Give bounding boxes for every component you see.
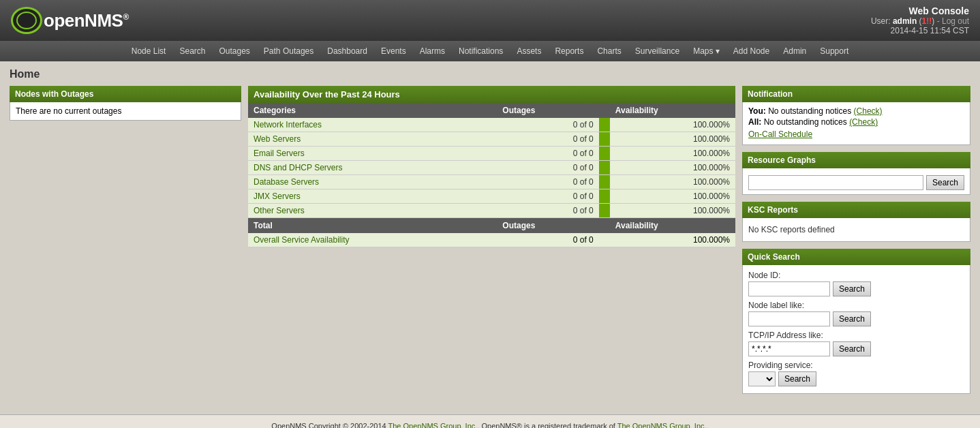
tcp-ip-row: Search — [748, 341, 964, 356]
console-title: Web Console — [871, 5, 969, 16]
quick-search-body: Node ID: Search Node label like: Search … — [742, 265, 970, 394]
tcp-ip-search-button[interactable]: Search — [833, 341, 871, 356]
middle-column: Availability Over the Past 24 Hours Cate… — [248, 86, 735, 254]
resource-search-input[interactable] — [748, 175, 923, 190]
nav-add-node[interactable]: Add Node — [726, 41, 776, 61]
table-row: Email Servers 0 of 0 100.000% — [248, 147, 735, 161]
notices-count[interactable]: 1!! — [922, 16, 932, 26]
nav-events[interactable]: Events — [374, 41, 413, 61]
category-name[interactable]: Network Interfaces — [248, 118, 497, 132]
logo-text: openNMS® — [44, 10, 129, 31]
nav-outages[interactable]: Outages — [212, 41, 256, 61]
overall-bar — [599, 233, 610, 247]
username: admin — [893, 16, 917, 26]
navbar: Node List Search Outages Path Outages Da… — [0, 41, 980, 61]
nodes-outages-box: Nodes with Outages There are no current … — [10, 86, 241, 121]
providing-service-select[interactable] — [748, 371, 776, 386]
nav-reports[interactable]: Reports — [548, 41, 590, 61]
avail-col-header: Categories Outages Availability — [248, 103, 735, 118]
left-column: Nodes with Outages There are no current … — [10, 86, 241, 127]
category-name[interactable]: Database Servers — [248, 175, 497, 189]
availability-box: Availability Over the Past 24 Hours Cate… — [248, 86, 735, 247]
tcp-ip-input[interactable] — [748, 341, 830, 356]
you-status: No outstanding notices — [768, 106, 851, 116]
node-label-input[interactable] — [748, 311, 830, 326]
green-bar — [599, 132, 610, 147]
nav-maps[interactable]: Maps ▾ — [686, 41, 726, 61]
notification-section: Notification You: No outstanding notices… — [742, 86, 970, 145]
nav-assets[interactable]: Assets — [510, 41, 548, 61]
category-name[interactable]: Email Servers — [248, 147, 497, 161]
category-name[interactable]: JMX Servers — [248, 189, 497, 204]
nav-alarms[interactable]: Alarms — [413, 41, 452, 61]
ksc-no-reports: No KSC reports defined — [748, 222, 964, 237]
total-label: Total — [248, 218, 497, 234]
providing-service-row: Search — [748, 371, 964, 386]
resource-graphs-header: Resource Graphs — [742, 152, 970, 168]
logout-link[interactable]: - Log out — [937, 16, 969, 26]
green-bar — [599, 161, 610, 175]
footer-text: OpenNMS Copyright © 2002-2014 — [271, 422, 386, 428]
node-label-search-button[interactable]: Search — [833, 311, 871, 326]
outages-value: 0 of 0 — [497, 204, 598, 218]
overall-availability: 100.000% — [610, 233, 735, 247]
nav-path-outages[interactable]: Path Outages — [257, 41, 320, 61]
nav-admin[interactable]: Admin — [776, 41, 813, 61]
nav-surveillance[interactable]: Surveillance — [628, 41, 686, 61]
user-line: User: admin (1!!) - Log out — [871, 16, 969, 26]
nav-support[interactable]: Support — [813, 41, 855, 61]
user-label: User: — [871, 16, 891, 26]
node-label-row: Search — [748, 311, 964, 326]
overall-name[interactable]: Overall Service Availability — [248, 233, 497, 247]
notif-you-line: You: No outstanding notices (Check) — [748, 106, 964, 116]
you-check-link[interactable]: (Check) — [854, 106, 883, 116]
providing-service-search-button[interactable]: Search — [778, 371, 816, 386]
nav-notifications[interactable]: Notifications — [452, 41, 510, 61]
green-bar — [599, 204, 610, 218]
node-id-search-button[interactable]: Search — [833, 281, 871, 296]
table-row: JMX Servers 0 of 0 100.000% — [248, 189, 735, 204]
category-name[interactable]: Web Servers — [248, 132, 497, 147]
ksc-reports-section: KSC Reports No KSC reports defined — [742, 202, 970, 242]
availability-value: 100.000% — [610, 204, 735, 218]
quick-search-header: Quick Search — [742, 249, 970, 265]
node-id-input[interactable] — [748, 281, 830, 296]
header-right: Web Console User: admin (1!!) - Log out … — [871, 5, 969, 35]
total-avail-col: Availability — [610, 218, 735, 234]
all-status: No outstanding notices — [764, 117, 847, 127]
resource-graphs-section: Resource Graphs Search — [742, 152, 970, 195]
on-call-link[interactable]: On-Call Schedule — [748, 129, 812, 139]
total-row: Total Outages Availability — [248, 218, 735, 234]
table-row: Network Interfaces 0 of 0 100.000% — [248, 118, 735, 132]
availability-value: 100.000% — [610, 175, 735, 189]
table-row: DNS and DHCP Servers 0 of 0 100.000% — [248, 161, 735, 175]
outages-value: 0 of 0 — [497, 175, 598, 189]
outages-value: 0 of 0 — [497, 132, 598, 147]
category-name[interactable]: Other Servers — [248, 204, 497, 218]
green-bar — [599, 175, 610, 189]
nav-dashboard[interactable]: Dashboard — [320, 41, 374, 61]
footer-link1[interactable]: The OpenNMS Group, Inc. — [388, 422, 478, 428]
col-availability: Availability — [610, 103, 735, 118]
availability-value: 100.000% — [610, 132, 735, 147]
nav-charts[interactable]: Charts — [590, 41, 628, 61]
footer: OpenNMS Copyright © 2002-2014 The OpenNM… — [0, 414, 980, 428]
table-row: Other Servers 0 of 0 100.000% — [248, 204, 735, 218]
content-layout: Nodes with Outages There are no current … — [10, 86, 970, 401]
availability-header: Availability Over the Past 24 Hours — [248, 86, 735, 103]
total-bar — [599, 218, 610, 234]
node-label-like-label: Node label like: — [748, 301, 964, 310]
resource-search-button[interactable]: Search — [926, 175, 964, 190]
all-check-link[interactable]: (Check) — [849, 117, 878, 127]
notif-all-line: All: No outstanding notices (Check) — [748, 117, 964, 127]
nav-node-list[interactable]: Node List — [125, 41, 173, 61]
overall-outages: 0 of 0 — [497, 233, 598, 247]
category-name[interactable]: DNS and DHCP Servers — [248, 161, 497, 175]
outages-value: 0 of 0 — [497, 161, 598, 175]
table-row: Database Servers 0 of 0 100.000% — [248, 175, 735, 189]
node-id-row: Search — [748, 281, 964, 296]
nav-search[interactable]: Search — [172, 41, 212, 61]
header: openNMS® Web Console User: admin (1!!) -… — [0, 0, 980, 41]
green-bar — [599, 189, 610, 204]
footer-link2[interactable]: The OpenNMS Group, Inc. — [617, 422, 707, 428]
